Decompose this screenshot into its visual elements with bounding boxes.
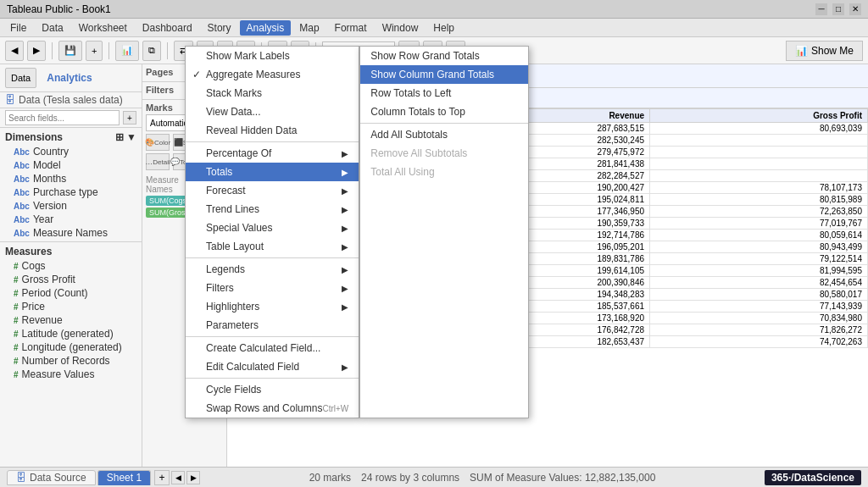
color-button[interactable]: 🎨Color	[146, 134, 170, 151]
show-me-icon: 📊	[795, 45, 808, 57]
menu-format[interactable]: Format	[328, 20, 374, 36]
measures-label: Measures	[5, 246, 52, 257]
menu-create-calculated-field[interactable]: Create Calculated Field...	[186, 339, 359, 357]
field-num-records[interactable]: # Number of Records	[0, 354, 142, 368]
add-datasource-button[interactable]: +	[86, 41, 103, 61]
field-model[interactable]: Abc Model	[0, 158, 142, 172]
minimize-button[interactable]: ─	[815, 3, 827, 15]
menu-forecast[interactable]: Forecast ▶	[186, 181, 359, 200]
menu-stack-marks[interactable]: Stack Marks	[186, 84, 359, 102]
field-version[interactable]: Abc Version	[0, 199, 142, 213]
menu-cycle-fields[interactable]: Cycle Fields	[186, 380, 359, 399]
analytics-tab[interactable]: Analytics	[40, 70, 98, 86]
field-cogs[interactable]: # Cogs	[0, 259, 142, 273]
add-field-button[interactable]: +	[123, 111, 136, 125]
menu-swap-rows-columns[interactable]: Swap Rows and Columns Ctrl+W	[186, 399, 359, 418]
totals-arrow-icon: ▶	[342, 168, 348, 177]
menu-view-data[interactable]: View Data...	[186, 102, 359, 121]
menu-table-layout[interactable]: Table Layout ▶	[186, 237, 359, 256]
field-type-hash6: #	[14, 329, 19, 339]
field-name: Country	[33, 146, 69, 158]
dimensions-controls[interactable]: ⊞ ▼	[115, 131, 136, 143]
menu-reveal-hidden-data[interactable]: Reveal Hidden Data	[186, 121, 359, 140]
menu-parameters[interactable]: Parameters	[186, 316, 359, 335]
menu-file[interactable]: File	[3, 20, 33, 36]
trend-arrow-icon: ▶	[342, 205, 348, 214]
menu-edit-calculated-field[interactable]: Edit Calculated Field ▶	[186, 357, 359, 376]
remove-all-subtotals-label: Remove All Subtotals	[370, 147, 467, 159]
data-tab[interactable]: Data	[5, 68, 36, 88]
menu-help[interactable]: Help	[426, 20, 461, 36]
menu-worksheet[interactable]: Worksheet	[72, 20, 134, 36]
back-button[interactable]: ◀	[5, 41, 24, 61]
menu-highlighters[interactable]: Highlighters ▶	[186, 297, 359, 316]
separator2	[108, 42, 109, 59]
data-source-tab-label: Data Source	[30, 472, 86, 484]
field-type-hash7: #	[14, 343, 19, 352]
field-revenue[interactable]: # Revenue	[0, 313, 142, 327]
field-latitude[interactable]: # Latitude (generated)	[0, 327, 142, 340]
menu-data[interactable]: Data	[35, 20, 70, 36]
field-name: Price	[22, 301, 45, 313]
datascience-logo: 365·/DataScience	[765, 470, 861, 485]
maximize-button[interactable]: □	[832, 3, 844, 15]
forward-button[interactable]: ▶	[27, 41, 46, 61]
menu-window[interactable]: Window	[376, 20, 426, 36]
submenu-row-totals-to-left[interactable]: Row Totals to Left	[360, 84, 528, 102]
field-gross-profit[interactable]: # Gross Profit	[0, 273, 142, 286]
separator	[186, 141, 359, 142]
close-button[interactable]: ✕	[849, 3, 861, 15]
field-measure-values[interactable]: # Measure Values	[0, 368, 142, 381]
field-type-abc5: Abc	[14, 202, 30, 211]
data-source-tab[interactable]: 🗄 Data Source	[7, 470, 96, 485]
title-bar-title: Tableau Public - Book1	[7, 3, 111, 15]
field-months[interactable]: Abc Months	[0, 172, 142, 185]
new-sheet-button[interactable]: 📊	[115, 41, 139, 61]
field-purchase-type[interactable]: Abc Purchase type	[0, 185, 142, 199]
detail-button[interactable]: …Detail	[146, 153, 170, 170]
field-type-abc4: Abc	[14, 188, 30, 197]
swap-shortcut: Ctrl+W	[322, 404, 348, 413]
scroll-left-button[interactable]: ◀	[171, 471, 185, 484]
field-longitude[interactable]: # Longitude (generated)	[0, 340, 142, 354]
menu-dashboard[interactable]: Dashboard	[136, 20, 199, 36]
submenu-remove-all-subtotals: Remove All Subtotals	[360, 144, 528, 163]
menu-aggregate-measures[interactable]: Aggregate Measures	[186, 65, 359, 84]
field-year[interactable]: Abc Year	[0, 213, 142, 226]
menu-special-values[interactable]: Special Values ▶	[186, 219, 359, 237]
show-me-button[interactable]: 📊 Show Me	[786, 41, 863, 61]
save-button[interactable]: 💾	[58, 41, 82, 61]
create-calc-field-label: Create Calculated Field...	[206, 342, 320, 354]
reveal-hidden-data-label: Reveal Hidden Data	[206, 125, 297, 136]
menu-filters[interactable]: Filters ▶	[186, 279, 359, 297]
menu-legends[interactable]: Legends ▶	[186, 260, 359, 279]
title-bar: Tableau Public - Book1 ─ □ ✕	[0, 0, 868, 19]
menu-story[interactable]: Story	[201, 20, 238, 36]
highlighters-arrow-icon: ▶	[342, 302, 348, 312]
menu-map[interactable]: Map	[292, 20, 326, 36]
field-country[interactable]: Abc Country	[0, 145, 142, 158]
field-price[interactable]: # Price	[0, 300, 142, 313]
field-search[interactable]	[5, 110, 120, 125]
add-sheet-button[interactable]: +	[154, 470, 170, 485]
menu-analysis[interactable]: Analysis	[240, 20, 292, 36]
scroll-right-button[interactable]: ▶	[186, 471, 200, 484]
sheet1-tab[interactable]: Sheet 1	[97, 470, 151, 485]
menu-totals[interactable]: Totals ▶	[186, 163, 359, 181]
menu-show-mark-labels[interactable]: Show Mark Labels	[186, 47, 359, 65]
menu-trend-lines[interactable]: Trend Lines ▶	[186, 200, 359, 219]
duplicate-button[interactable]: ⧉	[142, 41, 161, 61]
table-arrow-icon: ▶	[342, 242, 348, 252]
field-period-count[interactable]: # Period (Count)	[0, 286, 142, 300]
filters-menu-label: Filters	[206, 282, 234, 294]
submenu-column-totals-to-top[interactable]: Column Totals to Top	[360, 102, 528, 121]
submenu-show-row-grand-totals[interactable]: Show Row Grand Totals	[360, 47, 528, 65]
field-name: Gross Profit	[22, 274, 75, 285]
field-measure-names[interactable]: Abc Measure Names	[0, 226, 142, 240]
forecast-arrow-icon: ▶	[342, 186, 348, 196]
field-name: Cogs	[22, 260, 46, 272]
submenu-sep	[360, 123, 528, 124]
submenu-show-column-grand-totals[interactable]: Show Column Grand Totals	[360, 65, 528, 84]
submenu-add-all-subtotals[interactable]: Add All Subtotals	[360, 125, 528, 144]
menu-percentage-of[interactable]: Percentage Of ▶	[186, 144, 359, 163]
